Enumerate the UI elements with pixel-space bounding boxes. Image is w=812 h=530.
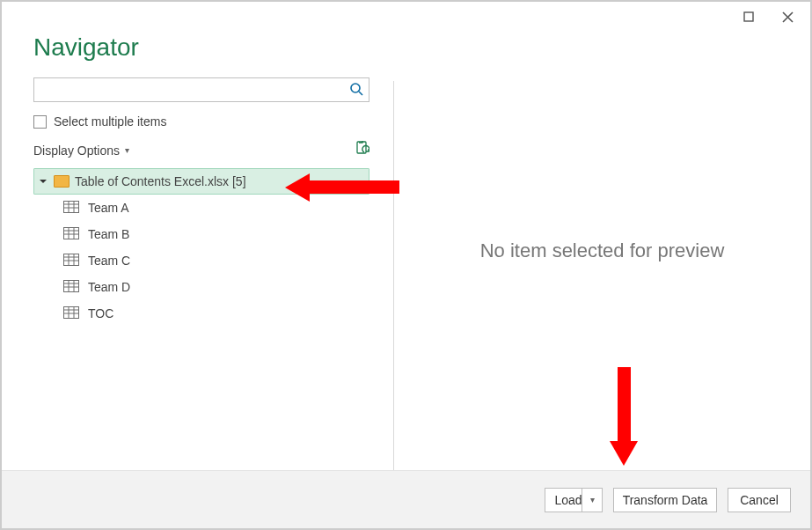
pane-divider: [393, 81, 394, 470]
left-pane: Navigator Select multiple items Display …: [2, 32, 394, 470]
table-icon: [63, 254, 79, 269]
svg-rect-2: [357, 142, 366, 153]
transform-data-label: Transform Data: [623, 493, 708, 507]
svg-rect-4: [64, 227, 79, 239]
table-icon: [63, 201, 79, 216]
search-input-container[interactable]: [33, 77, 369, 102]
svg-rect-5: [64, 254, 79, 265]
close-icon: [782, 11, 794, 23]
search-icon: [349, 82, 363, 99]
svg-rect-3: [64, 201, 79, 212]
table-icon: [63, 227, 79, 242]
maximize-button[interactable]: [729, 4, 768, 30]
tree-item[interactable]: Team D: [33, 274, 369, 300]
tree-item-label: Team C: [88, 254, 130, 268]
navigator-tree: Table of Contents Excel.xlsx [5] Team A …: [33, 168, 369, 327]
svg-point-1: [351, 84, 360, 92]
tree-item[interactable]: Team B: [33, 221, 369, 247]
cancel-button-label: Cancel: [740, 493, 779, 507]
tree-root-file[interactable]: Table of Contents Excel.xlsx [5]: [33, 168, 369, 195]
tree-item[interactable]: TOC: [33, 300, 369, 327]
tree-item[interactable]: Team C: [33, 247, 369, 274]
navigator-dialog: Navigator Select multiple items Display …: [0, 0, 812, 530]
tree-item-label: Team A: [88, 201, 129, 215]
preview-pane: No item selected for preview: [394, 32, 810, 470]
dialog-footer: Load ▾ Transform Data Cancel: [2, 470, 810, 528]
select-multiple-checkbox[interactable]: [33, 115, 47, 129]
tree-root-label: Table of Contents Excel.xlsx [5]: [75, 174, 246, 188]
search-input[interactable]: [41, 82, 349, 98]
transform-data-button[interactable]: Transform Data: [613, 488, 717, 512]
work-area: Navigator Select multiple items Display …: [2, 32, 810, 470]
close-button[interactable]: [768, 4, 807, 30]
tree-item[interactable]: Team A: [33, 195, 369, 221]
dialog-title: Navigator: [33, 33, 369, 62]
tree-item-label: Team B: [88, 227, 129, 241]
display-options-dropdown[interactable]: Display Options ▾: [33, 144, 129, 158]
load-button-label: Load: [554, 493, 582, 507]
refresh-button[interactable]: [355, 141, 369, 159]
table-icon: [63, 280, 79, 295]
chevron-down-icon: ▾: [125, 145, 129, 155]
display-options-label: Display Options: [33, 144, 120, 158]
table-icon: [63, 306, 79, 321]
preview-empty-message: No item selected for preview: [480, 239, 725, 262]
tree-expander-icon[interactable]: [38, 174, 48, 188]
cancel-button[interactable]: Cancel: [728, 488, 791, 512]
select-multiple-row[interactable]: Select multiple items: [33, 114, 369, 129]
load-dropdown-button[interactable]: ▾: [582, 488, 603, 512]
tree-item-label: TOC: [88, 306, 113, 320]
svg-rect-6: [64, 280, 79, 291]
chevron-down-icon: ▾: [590, 495, 595, 504]
refresh-icon: [355, 141, 369, 157]
folder-icon: [54, 175, 69, 188]
display-options-row: Display Options ▾: [33, 141, 369, 159]
select-multiple-label: Select multiple items: [54, 114, 166, 129]
tree-item-label: Team D: [88, 280, 130, 294]
maximize-icon: [743, 11, 754, 22]
svg-rect-0: [744, 12, 753, 21]
titlebar: [2, 2, 810, 32]
svg-rect-7: [64, 306, 79, 318]
